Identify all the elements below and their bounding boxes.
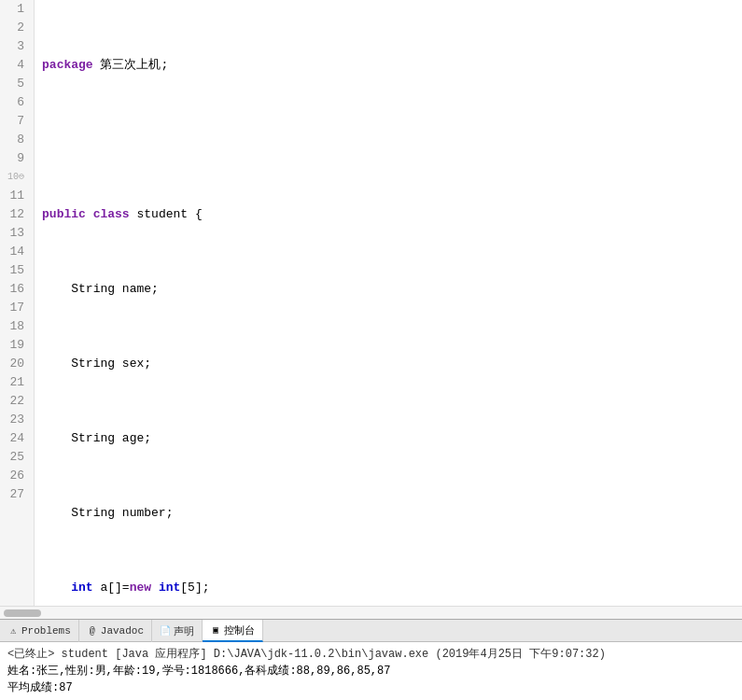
line-numbers: 1 2 3 4 5 6 7 8 9 10⊖ 11 12 13 14 15 16 …	[0, 0, 35, 606]
tab-javadoc[interactable]: @ Javadoc	[79, 620, 152, 642]
tab-console[interactable]: ▣ 控制台	[203, 620, 263, 642]
tab-problems-label: Problems	[21, 625, 71, 637]
code-line-6: String age;	[38, 429, 738, 448]
editor-area: 1 2 3 4 5 6 7 8 9 10⊖ 11 12 13 14 15 16 …	[0, 0, 742, 606]
tab-declaration[interactable]: 📄 声明	[152, 620, 203, 642]
scroll-thumb[interactable]	[4, 609, 41, 617]
code-line-3: public class student {	[38, 205, 738, 224]
code-line-7: String number;	[38, 504, 738, 523]
code-editor[interactable]: package 第三次上机; public class student { St…	[35, 0, 742, 606]
console-icon: ▣	[210, 624, 221, 636]
tab-declaration-label: 声明	[174, 624, 194, 638]
bottom-panel: ⚠ Problems @ Javadoc 📄 声明 ▣ 控制台 <已终止> st…	[0, 619, 742, 700]
javadoc-icon: @	[87, 625, 98, 637]
code-line-8: int a[]=new int[5];	[38, 579, 738, 597]
bottom-tabs: ⚠ Problems @ Javadoc 📄 声明 ▣ 控制台	[0, 620, 742, 642]
declaration-icon: 📄	[160, 625, 171, 637]
code-line-1: package 第三次上机;	[38, 56, 738, 75]
code-line-5: String sex;	[38, 355, 738, 373]
horizontal-scrollbar[interactable]	[0, 606, 742, 619]
tab-javadoc-label: Javadoc	[101, 625, 144, 637]
tab-console-label: 控制台	[224, 623, 255, 637]
console-content: <已终止> student [Java 应用程序] D:\JAVA\jdk-11…	[0, 642, 742, 700]
console-output-line1: 姓名:张三,性别:男,年龄:19,学号:1818666,各科成绩:88,89,8…	[7, 663, 735, 679]
console-output-line2: 平均成绩:87	[7, 679, 735, 696]
code-container[interactable]: 1 2 3 4 5 6 7 8 9 10⊖ 11 12 13 14 15 16 …	[0, 0, 742, 606]
code-line-4: String name;	[38, 280, 738, 299]
console-terminated-line: <已终止> student [Java 应用程序] D:\JAVA\jdk-11…	[7, 646, 735, 663]
code-line-2	[38, 131, 738, 149]
tab-problems[interactable]: ⚠ Problems	[0, 620, 79, 642]
problems-icon: ⚠	[7, 625, 19, 637]
